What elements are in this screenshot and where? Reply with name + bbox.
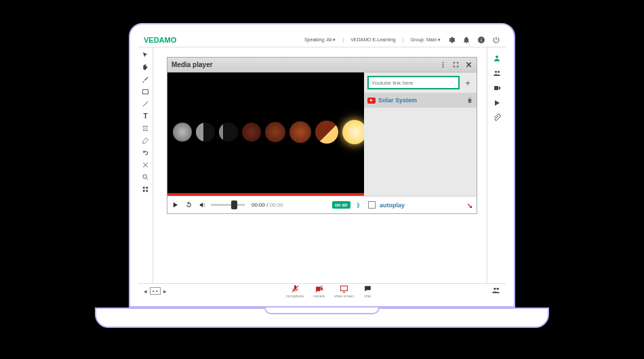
participants-icon[interactable]	[491, 285, 500, 297]
microphone-button[interactable]: microphone	[286, 284, 304, 298]
brand-logo: VEDAMO	[144, 36, 176, 44]
resize-handle-icon[interactable]	[465, 199, 472, 211]
media-player-panel: Media player	[167, 57, 477, 214]
share-screen-button[interactable]: share screen	[334, 284, 354, 298]
left-toolbar: T	[138, 47, 153, 283]
media-player-title: Media player	[172, 61, 213, 68]
media-body: 00:00 / 00:00 on air ⟫ +	[167, 72, 477, 213]
video-area: 00:00 / 00:00 on air ⟫	[167, 72, 364, 213]
eraser-tool[interactable]	[141, 135, 150, 145]
moon-phases-image	[173, 120, 364, 144]
video-canvas[interactable]	[167, 72, 364, 193]
user-active-icon[interactable]	[491, 53, 502, 64]
learning-label: VEDAMO E-Learning	[350, 37, 396, 42]
broadcast-icon[interactable]: ⟫	[357, 202, 360, 209]
youtube-icon	[367, 98, 376, 104]
camera-button[interactable]: camera	[313, 284, 325, 298]
add-video-button[interactable]: +	[462, 77, 473, 88]
bottom-left: ◂ • • ▸	[144, 287, 167, 295]
cursor-tool[interactable]	[141, 50, 150, 60]
gear-icon[interactable]	[447, 36, 456, 44]
onair-badge: on air	[332, 201, 350, 209]
playlist-item[interactable]: Solar System	[364, 93, 477, 108]
video-controls: 00:00 / 00:00 on air ⟫	[167, 196, 364, 213]
close-icon[interactable]	[465, 59, 472, 71]
youtube-link-input[interactable]	[367, 76, 460, 89]
media-player-header[interactable]: Media player	[167, 58, 477, 72]
chat-button[interactable]: chat	[363, 284, 372, 298]
line-tool[interactable]	[141, 99, 150, 108]
content-area: T Media player	[138, 47, 506, 283]
brush-tool[interactable]	[141, 75, 150, 84]
attachment-icon[interactable]	[491, 112, 502, 123]
delete-item-button[interactable]	[466, 94, 473, 106]
clear-tool[interactable]	[141, 160, 150, 169]
math-tool[interactable]	[141, 123, 150, 133]
laptop-notch	[264, 308, 380, 314]
svg-rect-9	[340, 286, 347, 291]
play-button[interactable]	[170, 200, 180, 210]
playlist-item-title: Solar System	[378, 97, 464, 104]
users-icon[interactable]	[491, 68, 502, 79]
hand-tool[interactable]	[141, 62, 150, 72]
top-bar: VEDAMO Speaking: All ▾ | VEDAMO E-Learni…	[138, 33, 506, 47]
replay-button[interactable]	[184, 200, 193, 210]
volume-icon[interactable]	[197, 200, 207, 210]
svg-point-10	[494, 287, 496, 289]
power-icon[interactable]	[492, 36, 500, 44]
laptop-frame: VEDAMO Speaking: All ▾ | VEDAMO E-Learni…	[129, 23, 515, 308]
svg-point-1	[443, 62, 444, 63]
add-video-row: +	[364, 72, 477, 93]
svg-point-11	[497, 287, 499, 289]
whiteboard-area[interactable]: Media player	[153, 47, 487, 283]
right-toolbar	[487, 47, 506, 283]
svg-point-5	[495, 71, 497, 73]
svg-point-6	[498, 71, 500, 73]
zoom-tool[interactable]	[141, 172, 150, 182]
time-display: 00:00 / 00:00	[251, 202, 283, 208]
camera-icon[interactable]	[491, 83, 502, 93]
shape-tool[interactable]	[141, 87, 150, 96]
autoplay-checkbox[interactable]	[368, 201, 376, 209]
app-screen: VEDAMO Speaking: All ▾ | VEDAMO E-Learni…	[138, 33, 506, 298]
svg-point-0	[143, 174, 147, 178]
svg-point-3	[443, 66, 444, 67]
undo-tool[interactable]	[141, 148, 150, 157]
pager-page[interactable]: • •	[150, 287, 161, 295]
grid-tool[interactable]	[141, 184, 150, 194]
menu-icon[interactable]	[439, 59, 447, 71]
bottom-bar: ◂ • • ▸ microphone camera share screen	[138, 283, 506, 298]
autoplay-row: autoplay	[364, 196, 477, 213]
bell-icon[interactable]	[462, 36, 470, 44]
group-selector[interactable]: Group: Main ▾	[411, 37, 441, 43]
top-right-cluster: Speaking: All ▾ | VEDAMO E-Learning | Gr…	[304, 36, 500, 44]
svg-point-4	[496, 56, 498, 58]
info-icon[interactable]	[477, 36, 485, 44]
playlist-area: + Solar System autoplay	[364, 72, 477, 213]
pager-prev[interactable]: ◂	[144, 288, 147, 295]
play-media-icon[interactable]	[491, 98, 502, 108]
speaking-selector[interactable]: Speaking: All ▾	[304, 37, 336, 43]
volume-thumb[interactable]	[231, 200, 237, 209]
svg-point-2	[443, 64, 444, 65]
fullscreen-icon[interactable]	[452, 59, 460, 71]
text-tool[interactable]: T	[141, 111, 150, 121]
volume-slider[interactable]	[211, 204, 245, 206]
autoplay-label: autoplay	[380, 202, 461, 209]
bottom-center: microphone camera share screen chat	[167, 284, 491, 298]
